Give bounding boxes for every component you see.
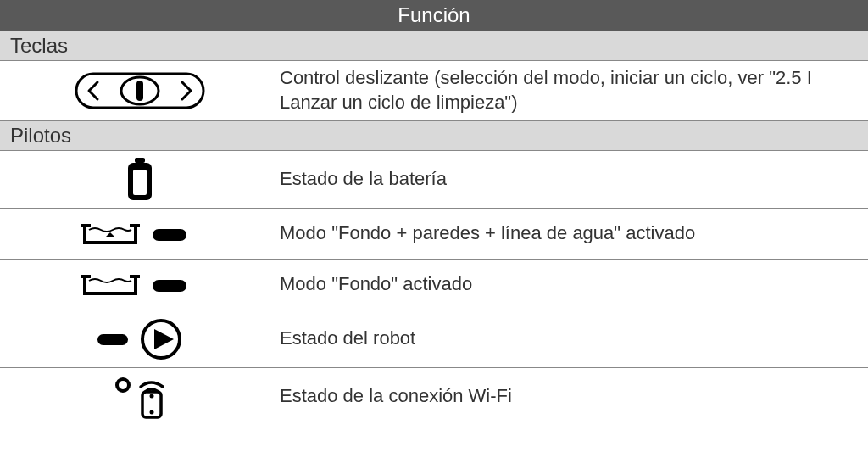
table-header: Función [0, 0, 868, 31]
svg-marker-8 [105, 232, 115, 237]
svg-point-19 [150, 410, 154, 415]
mode-floor-description: Modo "Fondo" activado [280, 272, 868, 297]
robot-description: Estado del robot [280, 327, 868, 351]
row-slider: Control deslizante (selección del modo, … [0, 61, 868, 120]
section-pilotos: Pilotos [0, 120, 868, 151]
svg-rect-3 [135, 158, 145, 163]
wifi-status-icon [0, 373, 280, 420]
row-robot: Estado del robot [0, 310, 868, 368]
svg-rect-5 [133, 170, 147, 195]
svg-rect-12 [153, 280, 186, 292]
row-mode-floor: Modo "Fondo" activado [0, 260, 868, 310]
row-wifi: Estado de la conexión Wi-Fi [0, 368, 868, 425]
svg-rect-13 [97, 334, 128, 345]
row-mode-full: Modo "Fondo + paredes + línea de agua" a… [0, 209, 868, 260]
slider-control-icon [0, 70, 280, 112]
pool-floor-mode-icon [0, 268, 280, 302]
mode-full-description: Modo "Fondo + paredes + línea de agua" a… [280, 221, 868, 246]
section-teclas: Teclas [0, 31, 868, 61]
wifi-description: Estado de la conexión Wi-Fi [280, 384, 868, 409]
svg-marker-15 [154, 329, 174, 349]
robot-status-icon [0, 315, 280, 362]
row-battery: Estado de la batería [0, 151, 868, 209]
slider-description: Control deslizante (selección del modo, … [280, 66, 868, 114]
svg-rect-9 [153, 229, 186, 241]
svg-rect-2 [136, 81, 143, 101]
battery-description: Estado de la batería [280, 167, 868, 192]
pool-full-mode-icon [0, 217, 280, 251]
battery-icon [0, 156, 280, 203]
svg-point-16 [117, 379, 129, 391]
svg-point-17 [150, 394, 154, 399]
